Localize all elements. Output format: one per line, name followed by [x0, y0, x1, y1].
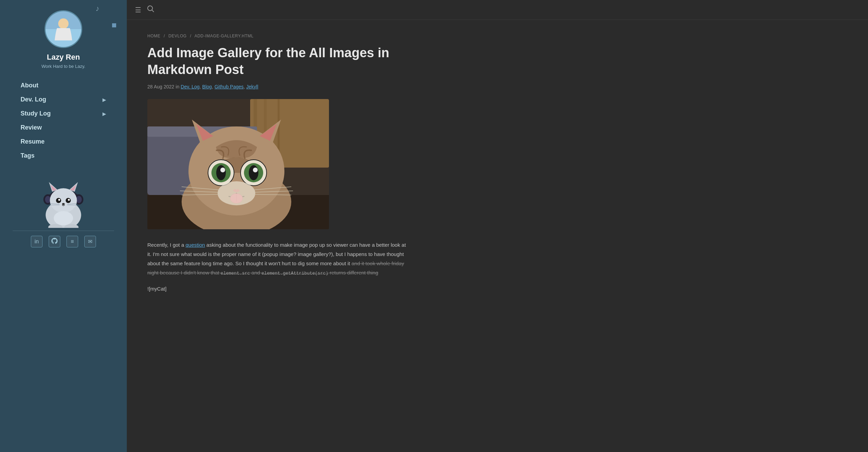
sidebar-nav: About Dev. Log ▶ Study Log ▶ Review Resu… [0, 78, 127, 163]
cat-illustration [29, 173, 98, 228]
sidebar: ♪ ◆ Lazy Ren Work Hard to be Lazy. About [0, 0, 127, 452]
svg-point-18 [58, 199, 60, 201]
post-title: Add Image Gallery for the All Images in … [147, 45, 415, 78]
cat-mascot [0, 166, 127, 228]
breadcrumb-home[interactable]: HOME [147, 34, 160, 38]
code-getattribute: element.getAttribute(src) [261, 271, 328, 276]
divider [13, 231, 114, 231]
sidebar-link-about[interactable]: About [21, 82, 38, 89]
cat-photo [147, 99, 329, 229]
sidebar-item-resume[interactable]: Resume [21, 135, 106, 149]
sidebar-item-studylog[interactable]: Study Log ▶ [21, 107, 106, 121]
svg-point-4 [58, 19, 69, 29]
post-content: HOME / DEVLOG / ADD-IMAGE-GALLERY.HTML A… [127, 20, 435, 314]
category-github-pages[interactable]: Github Pages [215, 84, 244, 89]
sidebar-item-devlog[interactable]: Dev. Log ▶ [21, 93, 106, 107]
stackshare-icon[interactable]: ≡ [66, 236, 78, 247]
svg-point-54 [218, 181, 255, 205]
chevron-right-icon: ▶ [102, 111, 106, 117]
social-links: in ≡ ✉ [31, 236, 96, 247]
sidebar-item-review[interactable]: Review [21, 121, 106, 135]
post-meta: 28 Aug 2022 in Dev. Log, Blog, Github Pa… [147, 84, 415, 89]
sidebar-item-about[interactable]: About [21, 78, 106, 93]
nav-list: About Dev. Log ▶ Study Log ▶ Review Resu… [10, 78, 117, 163]
sidebar-link-tags[interactable]: Tags [21, 152, 35, 159]
post-date: 28 Aug 2022 [147, 84, 174, 89]
svg-point-20 [62, 203, 65, 205]
sidebar-link-devlog[interactable]: Dev. Log [21, 96, 46, 103]
diamond-icon: ◆ [109, 20, 119, 30]
category-blog[interactable]: Blog [202, 84, 212, 89]
post-image [147, 99, 329, 229]
category-jekyll[interactable]: Jekyll [246, 84, 258, 89]
github-label [51, 238, 58, 246]
chevron-right-icon: ▶ [102, 97, 106, 102]
search-icon[interactable] [147, 5, 154, 14]
svg-point-48 [220, 168, 225, 172]
email-icon[interactable]: ✉ [84, 236, 96, 247]
linkedin-label: in [35, 239, 39, 245]
breadcrumb-current: ADD-IMAGE-GALLERY.HTML [194, 34, 254, 38]
strikethrough-text-1: and it took whole friday night because I… [147, 260, 404, 276]
svg-point-47 [249, 165, 258, 180]
email-label: ✉ [88, 239, 93, 245]
main-content: ☰ HOME / DEVLOG / ADD-IMAGE-GALLERY.HTML… [127, 0, 868, 452]
body-paragraph-2: ![myCat] [147, 284, 408, 293]
github-icon[interactable] [49, 236, 60, 247]
author-tagline: Work Hard to be Lazy. [41, 64, 85, 69]
breadcrumb-devlog[interactable]: DEVLOG [169, 34, 187, 38]
svg-point-49 [253, 168, 258, 172]
avatar [45, 10, 82, 48]
body-link-question[interactable]: question [185, 242, 205, 248]
sidebar-link-review[interactable]: Review [21, 124, 42, 131]
svg-point-11 [50, 188, 77, 213]
stackshare-label: ≡ [71, 239, 74, 245]
top-bar: ☰ [127, 0, 868, 20]
svg-point-27 [54, 211, 73, 225]
svg-point-46 [216, 165, 226, 180]
music-note-icon: ♪ [96, 4, 99, 13]
author-name: Lazy Ren [47, 53, 80, 62]
category-devlog[interactable]: Dev. Log [181, 84, 199, 89]
post-body: Recently, I got a question asking about … [147, 240, 408, 293]
code-element-src: element.src [221, 271, 250, 276]
menu-icon[interactable]: ☰ [135, 6, 141, 14]
body-paragraph-1: Recently, I got a question asking about … [147, 240, 408, 277]
sidebar-link-resume[interactable]: Resume [21, 138, 45, 145]
sidebar-link-studylog[interactable]: Study Log [21, 110, 51, 117]
breadcrumb: HOME / DEVLOG / ADD-IMAGE-GALLERY.HTML [147, 34, 415, 38]
linkedin-icon[interactable]: in [31, 236, 42, 247]
svg-point-19 [68, 199, 70, 201]
sidebar-item-tags[interactable]: Tags [21, 149, 106, 163]
